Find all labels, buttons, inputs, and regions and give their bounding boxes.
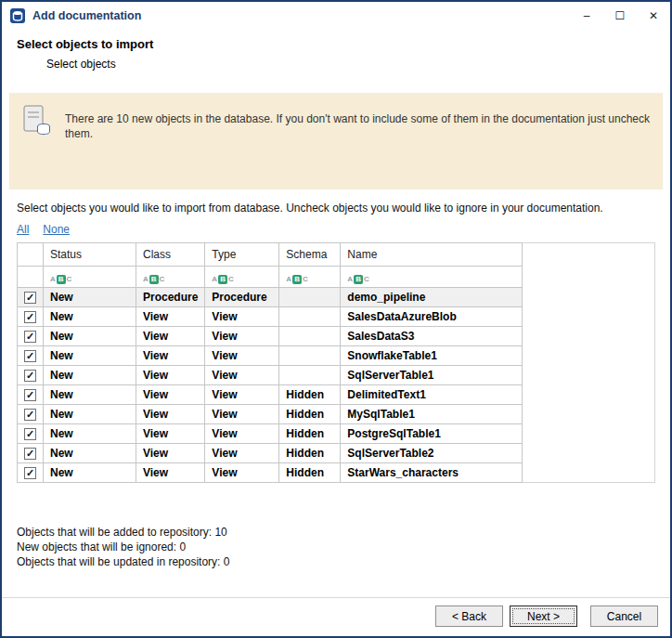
- cell-name[interactable]: SqlServerTable2: [341, 444, 523, 463]
- row-checkbox[interactable]: [24, 448, 36, 460]
- cell-type[interactable]: View: [205, 424, 279, 444]
- close-button[interactable]: ✕: [637, 2, 670, 30]
- row-checkbox[interactable]: [24, 331, 36, 343]
- row-checkbox[interactable]: [24, 350, 36, 362]
- cell-name[interactable]: SnowflakeTable1: [341, 346, 523, 366]
- cell-class[interactable]: View: [136, 444, 205, 463]
- cell-name[interactable]: demo_pipeline: [341, 288, 523, 307]
- row-checkbox[interactable]: [24, 292, 36, 304]
- cell-class[interactable]: View: [136, 307, 205, 327]
- cell-type[interactable]: Procedure: [205, 288, 279, 307]
- cell-status[interactable]: New: [44, 424, 136, 444]
- row-checkbox[interactable]: [24, 428, 36, 440]
- table-row[interactable]: NewProcedureProceduredemo_pipeline: [18, 288, 523, 307]
- row-checkbox-cell[interactable]: [18, 444, 44, 463]
- cell-schema[interactable]: [279, 288, 341, 307]
- cell-schema[interactable]: Hidden: [279, 424, 341, 444]
- row-checkbox-cell[interactable]: [18, 346, 44, 366]
- cell-status[interactable]: New: [44, 463, 136, 483]
- cell-type[interactable]: View: [205, 346, 279, 366]
- cell-schema[interactable]: Hidden: [279, 405, 341, 424]
- filter-checkbox-cell[interactable]: [18, 267, 44, 288]
- minimize-button[interactable]: –: [570, 2, 603, 30]
- cell-name[interactable]: DelimitedText1: [341, 385, 523, 405]
- cell-class[interactable]: View: [136, 346, 205, 366]
- cell-schema[interactable]: [279, 307, 341, 327]
- cell-type[interactable]: View: [205, 463, 279, 483]
- cell-class[interactable]: View: [136, 405, 205, 424]
- filter-class[interactable]: ABC: [136, 267, 205, 288]
- cell-status[interactable]: New: [44, 385, 136, 405]
- header-checkbox-col[interactable]: [18, 243, 44, 267]
- filter-schema[interactable]: ABC: [279, 267, 341, 288]
- header-schema[interactable]: Schema: [279, 243, 341, 267]
- table-row[interactable]: NewViewViewHiddenPostgreSqlTable1: [18, 424, 523, 444]
- row-checkbox-cell[interactable]: [18, 288, 44, 307]
- row-checkbox-cell[interactable]: [18, 366, 44, 385]
- cell-status[interactable]: New: [44, 288, 136, 307]
- filter-name[interactable]: ABC: [341, 267, 523, 288]
- header-type[interactable]: Type: [205, 243, 279, 267]
- cell-schema[interactable]: [279, 346, 341, 366]
- cell-schema[interactable]: Hidden: [279, 463, 341, 483]
- cell-name[interactable]: SalesDataS3: [341, 327, 523, 346]
- row-checkbox[interactable]: [24, 370, 36, 382]
- cell-type[interactable]: View: [205, 385, 279, 405]
- row-checkbox[interactable]: [24, 389, 36, 401]
- table-row[interactable]: NewViewViewSalesDataS3: [18, 327, 523, 346]
- row-checkbox-cell[interactable]: [18, 327, 44, 346]
- cell-schema[interactable]: [279, 327, 341, 346]
- cell-class[interactable]: View: [136, 463, 205, 483]
- filter-status[interactable]: ABC: [44, 267, 136, 288]
- cell-class[interactable]: View: [136, 327, 205, 346]
- cell-name[interactable]: StarWars_characters: [341, 463, 523, 483]
- row-checkbox[interactable]: [24, 409, 36, 421]
- table-row[interactable]: NewViewViewSalesDataAzureBlob: [18, 307, 523, 327]
- cell-type[interactable]: View: [205, 366, 279, 385]
- row-checkbox-cell[interactable]: [18, 405, 44, 424]
- table-row[interactable]: NewViewViewSnowflakeTable1: [18, 346, 523, 366]
- cell-name[interactable]: SqlServerTable1: [341, 366, 523, 385]
- cell-status[interactable]: New: [44, 307, 136, 327]
- table-row[interactable]: NewViewViewHiddenMySqlTable1: [18, 405, 523, 424]
- cell-status[interactable]: New: [44, 346, 136, 366]
- cell-name[interactable]: PostgreSqlTable1: [341, 424, 523, 444]
- row-checkbox-cell[interactable]: [18, 307, 44, 327]
- maximize-button[interactable]: ☐: [603, 2, 637, 30]
- next-button[interactable]: Next >: [510, 605, 577, 627]
- cell-type[interactable]: View: [205, 405, 279, 424]
- row-checkbox[interactable]: [24, 311, 36, 323]
- header-status[interactable]: Status: [44, 243, 136, 267]
- table-row[interactable]: NewViewViewHiddenStarWars_characters: [18, 463, 523, 483]
- cell-status[interactable]: New: [44, 366, 136, 385]
- cell-class[interactable]: View: [136, 424, 205, 444]
- filter-type[interactable]: ABC: [205, 267, 279, 288]
- row-checkbox[interactable]: [24, 467, 36, 479]
- cell-status[interactable]: New: [44, 444, 136, 463]
- cell-type[interactable]: View: [205, 327, 279, 346]
- cancel-button[interactable]: Cancel: [590, 605, 658, 627]
- cell-class[interactable]: Procedure: [136, 288, 205, 307]
- table-row[interactable]: NewViewViewHiddenSqlServerTable2: [18, 444, 523, 463]
- table-row[interactable]: NewViewViewSqlServerTable1: [18, 366, 523, 385]
- cell-type[interactable]: View: [205, 444, 279, 463]
- row-checkbox-cell[interactable]: [18, 463, 44, 483]
- row-checkbox-cell[interactable]: [18, 424, 44, 444]
- cell-status[interactable]: New: [44, 405, 136, 424]
- header-class[interactable]: Class: [136, 243, 205, 267]
- cell-schema[interactable]: Hidden: [279, 444, 341, 463]
- cell-schema[interactable]: Hidden: [279, 385, 341, 405]
- header-name[interactable]: Name: [341, 243, 523, 267]
- cell-type[interactable]: View: [205, 307, 279, 327]
- cell-class[interactable]: View: [136, 385, 205, 405]
- row-checkbox-cell[interactable]: [18, 385, 44, 405]
- cell-status[interactable]: New: [44, 327, 136, 346]
- cell-name[interactable]: SalesDataAzureBlob: [341, 307, 523, 327]
- cell-class[interactable]: View: [136, 366, 205, 385]
- back-button[interactable]: < Back: [435, 605, 503, 627]
- select-all-link[interactable]: All: [17, 223, 29, 236]
- table-row[interactable]: NewViewViewHiddenDelimitedText1: [18, 385, 523, 405]
- cell-name[interactable]: MySqlTable1: [341, 405, 523, 424]
- select-none-link[interactable]: None: [43, 223, 70, 236]
- cell-schema[interactable]: [279, 366, 341, 385]
